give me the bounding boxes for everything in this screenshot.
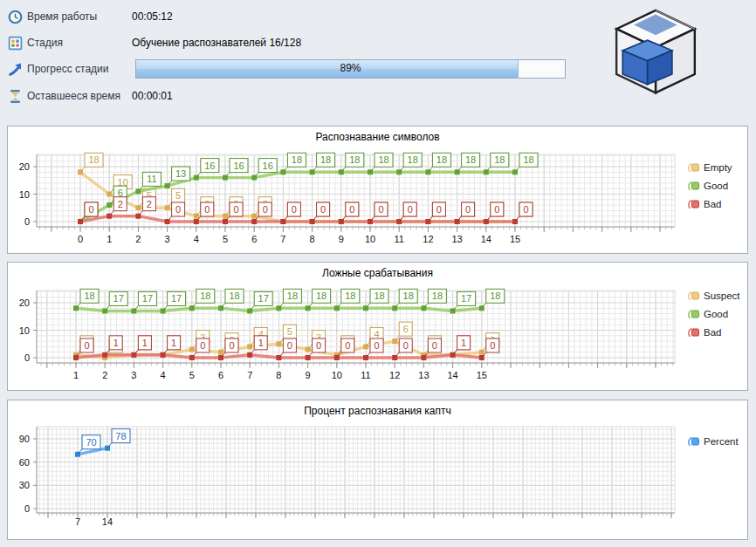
svg-text:0: 0 xyxy=(374,340,379,351)
svg-text:0: 0 xyxy=(175,204,181,215)
svg-text:5: 5 xyxy=(287,326,292,337)
clock-icon xyxy=(8,10,23,24)
percent-chart: 03060907147078 xyxy=(8,400,746,537)
svg-text:0: 0 xyxy=(287,340,292,351)
svg-text:6: 6 xyxy=(251,234,257,244)
svg-text:0: 0 xyxy=(494,204,499,215)
grid xyxy=(37,427,675,513)
svg-text:5: 5 xyxy=(189,370,195,380)
remaining-time-label: Оставшееся время xyxy=(27,90,132,102)
svg-text:9: 9 xyxy=(339,234,344,244)
svg-text:1: 1 xyxy=(461,338,466,348)
legend-item-empty: Empty xyxy=(687,158,732,176)
series-bad: 011100100000010 xyxy=(73,336,499,360)
svg-text:0: 0 xyxy=(320,204,326,215)
svg-text:18: 18 xyxy=(287,291,298,301)
svg-text:0: 0 xyxy=(263,204,268,215)
svg-text:10: 10 xyxy=(19,189,30,200)
svg-text:0: 0 xyxy=(200,340,205,351)
svg-text:0: 0 xyxy=(378,204,383,215)
false-positives-chart-legend: SuspectGoodBad xyxy=(687,286,740,341)
x-axis-labels: 0123456789101112131415 xyxy=(78,234,520,244)
legend-series-icon xyxy=(687,161,700,174)
x-axis-labels: 123456789101112131415 xyxy=(73,370,487,380)
svg-text:18: 18 xyxy=(523,154,533,165)
progress-arrow-icon xyxy=(8,62,23,77)
svg-text:0: 0 xyxy=(229,340,234,351)
symbols-chart: 0102001234567891011121314151810552220000… xyxy=(8,126,746,251)
svg-text:18: 18 xyxy=(374,291,384,301)
svg-text:1: 1 xyxy=(73,370,79,380)
false-positives-chart: 0102012345678910111213141510113245314611… xyxy=(8,263,746,388)
remaining-time-row: Оставшееся время 00:00:01 xyxy=(8,87,173,105)
svg-text:18: 18 xyxy=(345,291,355,301)
chart-panel-percent: 03060907147078 Процент распознавания кап… xyxy=(7,400,748,540)
svg-text:60: 60 xyxy=(19,457,30,468)
svg-text:0: 0 xyxy=(84,340,89,351)
svg-text:6: 6 xyxy=(218,370,223,380)
svg-text:8: 8 xyxy=(276,370,281,380)
axis-ticks xyxy=(40,227,672,232)
svg-text:78: 78 xyxy=(115,431,126,441)
svg-text:14: 14 xyxy=(102,516,113,527)
svg-text:0: 0 xyxy=(24,216,30,227)
svg-text:0: 0 xyxy=(24,352,30,363)
svg-text:10: 10 xyxy=(19,325,30,336)
legend-series-icon xyxy=(687,180,700,192)
legend-label: Suspect xyxy=(704,291,740,301)
stage-icon xyxy=(8,36,23,51)
legend-item-bad: Bad xyxy=(687,195,732,213)
legend-item-suspect: Suspect xyxy=(687,286,740,304)
svg-text:18: 18 xyxy=(229,291,239,301)
work-time-row: Время работы 00:05:12 xyxy=(8,8,173,25)
svg-text:7: 7 xyxy=(280,234,285,244)
svg-text:6: 6 xyxy=(403,324,409,334)
svg-text:10: 10 xyxy=(365,234,375,244)
percent-chart-legend: Percent xyxy=(687,432,739,450)
legend-item-good: Good xyxy=(687,304,740,323)
series-good: 181717171818171818181818181718 xyxy=(73,289,505,313)
svg-text:2: 2 xyxy=(135,234,141,244)
svg-text:2: 2 xyxy=(118,199,123,209)
svg-text:15: 15 xyxy=(510,234,520,244)
work-time-label: Время работы xyxy=(27,10,132,23)
svg-text:18: 18 xyxy=(292,154,302,165)
legend-series-icon xyxy=(687,290,700,302)
symbols-chart-legend: EmptyGoodBad xyxy=(687,158,732,213)
svg-text:2: 2 xyxy=(102,370,107,380)
legend-series-icon xyxy=(687,198,700,210)
stage-label: Стадия xyxy=(27,37,132,49)
svg-text:18: 18 xyxy=(490,291,500,301)
stage-progress-value: 89% xyxy=(136,62,565,74)
y-axis-labels: 01020 xyxy=(19,161,37,227)
svg-text:30: 30 xyxy=(19,480,30,490)
svg-text:12: 12 xyxy=(423,234,433,244)
svg-text:8: 8 xyxy=(310,234,315,244)
hourglass-icon xyxy=(8,89,23,104)
svg-text:18: 18 xyxy=(494,154,505,165)
svg-text:0: 0 xyxy=(408,204,413,215)
svg-text:11: 11 xyxy=(361,370,370,380)
cube-logo xyxy=(604,5,707,108)
svg-text:1: 1 xyxy=(258,338,264,348)
svg-text:0: 0 xyxy=(490,340,495,351)
svg-text:10: 10 xyxy=(332,370,342,380)
captcha-trainer-window: Время работы 00:05:12 Стадия Обучение ра… xyxy=(0,0,756,547)
svg-text:11: 11 xyxy=(394,234,403,244)
stage-progress-bar: 89% xyxy=(135,59,566,79)
svg-text:70: 70 xyxy=(86,437,96,448)
svg-text:13: 13 xyxy=(451,234,462,244)
legend-item-percent: Percent xyxy=(687,432,739,450)
stage-progress-label: Прогресс стадии xyxy=(27,63,132,75)
svg-text:2: 2 xyxy=(147,199,152,209)
svg-text:12: 12 xyxy=(389,370,400,380)
svg-text:0: 0 xyxy=(436,204,442,215)
stage-progress-row: Прогресс стадии xyxy=(8,60,132,78)
legend-item-bad: Bad xyxy=(687,323,740,341)
svg-text:1: 1 xyxy=(171,338,176,348)
svg-text:14: 14 xyxy=(481,234,491,244)
svg-text:13: 13 xyxy=(175,168,186,179)
svg-text:0: 0 xyxy=(88,204,93,215)
svg-text:7: 7 xyxy=(75,516,80,527)
svg-text:16: 16 xyxy=(263,161,273,171)
